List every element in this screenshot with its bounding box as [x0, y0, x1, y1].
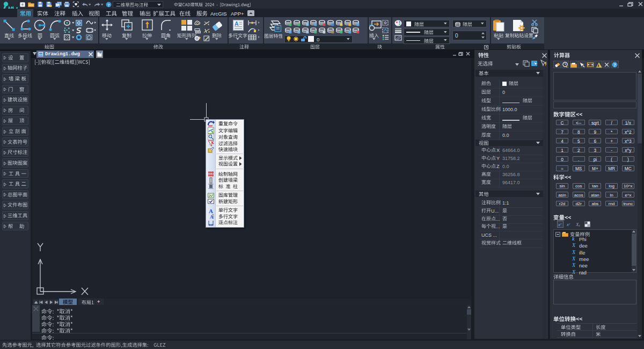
- svg-text:?: ?: [614, 63, 616, 68]
- svg-text:A: A: [235, 20, 239, 27]
- svg-text:?: ?: [107, 2, 110, 7]
